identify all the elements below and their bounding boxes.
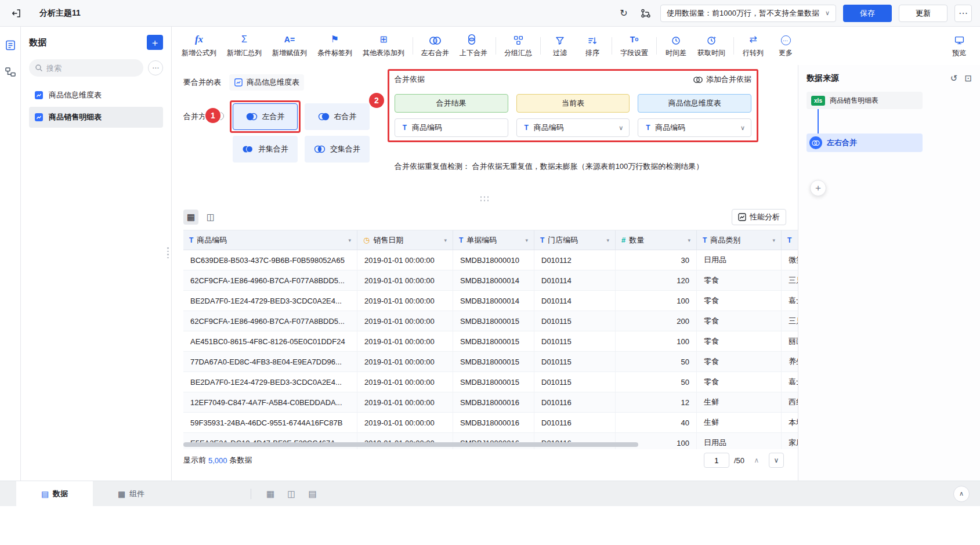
column-header[interactable]: T▾ — [782, 230, 798, 250]
update-button[interactable]: 更新 — [899, 5, 948, 22]
toolbar-new-formula-column[interactable]: fx 新增公式列 — [176, 30, 222, 62]
bottom-bar-divider — [251, 489, 251, 499]
merge-result-field[interactable]: T 商品编码 — [395, 118, 508, 137]
search-box[interactable] — [29, 59, 143, 77]
source-table-node[interactable]: xls 商品销售明细表 — [807, 92, 923, 109]
merge-method-right-join[interactable]: 右合并 — [305, 103, 370, 130]
filter-icon — [555, 34, 565, 45]
sidebar-item-sales-table[interactable]: 商品销售明细表 — [29, 107, 163, 128]
table-row[interactable]: 59F35931-24BA-46DC-9551-6744A16FC87B2019… — [183, 413, 798, 433]
filter-caret-icon[interactable]: ▾ — [348, 237, 351, 243]
column-header[interactable]: T单据编码▾ — [453, 230, 534, 250]
column-header[interactable]: T商品编码▾ — [183, 230, 357, 250]
filter-caret-icon[interactable]: ▾ — [525, 237, 528, 243]
table-cell: 零食 — [697, 291, 782, 311]
performance-chart-icon — [738, 213, 746, 221]
toolbar-new-assign-column[interactable]: A= 新增赋值列 — [267, 30, 312, 62]
filter-caret-icon[interactable]: ▾ — [688, 237, 690, 243]
table-row[interactable]: 62CF9CFA-1E86-4960-B7CA-F077A8BDD5...201… — [183, 311, 798, 331]
toolbar-divider — [656, 37, 657, 55]
tab-data[interactable]: ▤ 数据 — [16, 481, 93, 506]
merge-method-union-join[interactable]: 并集合并 — [233, 136, 298, 163]
grid-shortcut-icon[interactable]: ◫ — [287, 489, 295, 499]
add-step-button[interactable]: ＋ — [810, 180, 826, 196]
toolbar-get-time[interactable]: 获取时间 — [692, 30, 731, 62]
page-input[interactable] — [704, 453, 729, 468]
add-merge-basis-button[interactable]: 添加合并依据 — [693, 74, 751, 85]
dimension-table-field-select[interactable]: T 商品编码 ∨ — [638, 118, 751, 137]
table-row[interactable]: BC639DE8-B503-437C-9B6B-F0B598052A652019… — [183, 250, 798, 270]
table-cell: 62CF9CFA-1E86-4960-B7CA-F077A8BDD5... — [183, 311, 357, 331]
toolbar-filter[interactable]: 过滤 — [544, 30, 576, 62]
merge-method-left-join[interactable]: 左合并 — [233, 103, 298, 130]
target-table-chip[interactable]: 商品信息维度表 — [229, 74, 304, 91]
search-input[interactable] — [46, 64, 138, 73]
filter-caret-icon[interactable]: ▾ — [772, 237, 775, 243]
toolbar-merge-up-down[interactable]: 上下合并 — [454, 30, 493, 62]
table-row[interactable]: BE2DA7F0-1E24-4729-BED3-3CDC0A2E4...2019… — [183, 372, 798, 392]
filter-caret-icon[interactable]: ▾ — [444, 237, 447, 243]
filter-caret-icon[interactable]: ▾ — [606, 237, 609, 243]
table-row[interactable]: BE2DA7F0-1E24-4729-BED3-3CDC0A2E4...2019… — [183, 291, 798, 311]
table-row[interactable]: 77DA67A0-ED8C-4FB3-8E04-E9EA7DD96...2019… — [183, 352, 798, 372]
page-down-icon[interactable]: ∨ — [769, 453, 784, 468]
column-header[interactable]: T门店编码▾ — [534, 230, 616, 250]
exit-icon[interactable] — [8, 5, 24, 21]
panel-resize-handle[interactable] — [480, 196, 490, 202]
chart-shortcut-icon[interactable]: ▦ — [266, 489, 274, 499]
toolbar-preview[interactable]: 预览 — [943, 30, 975, 62]
toolbar-merge-left-right[interactable]: 左右合并 — [416, 30, 454, 62]
toolbar-time-diff[interactable]: 时间差 — [660, 30, 692, 62]
tab-components[interactable]: ▦ 组件 — [93, 481, 169, 506]
edit-table-icon[interactable] — [5, 39, 16, 51]
flow-connector-line — [818, 109, 819, 133]
collapse-up-icon[interactable]: ∧ — [953, 486, 970, 502]
merge-basis-section: 2 合并依据 添加合并依据 — [395, 74, 751, 137]
history-icon[interactable]: ↺ — [950, 73, 958, 84]
table-cell: D010115 — [534, 352, 616, 372]
toolbar-new-summary-column[interactable]: Σ 新增汇总列 — [222, 30, 267, 62]
fit-view-icon[interactable]: ⊡ — [964, 73, 972, 84]
sidebar-resize-handle[interactable] — [167, 247, 169, 258]
merge-method-intersect-join[interactable]: 交集合并 — [305, 136, 370, 163]
toolbar-add-column-from-table[interactable]: ⊞ 其他表添加列 — [357, 30, 410, 62]
column-header[interactable]: #数量▾ — [616, 230, 697, 250]
row-count-value: 5,000 — [208, 456, 227, 465]
toolbar-field-settings[interactable]: To 字段设置 — [615, 30, 653, 62]
page-up-icon[interactable]: ∧ — [749, 453, 764, 468]
table-row[interactable]: 12EF7049-C847-4A7F-A5B4-C0BEDDADA...2019… — [183, 392, 798, 413]
column-header[interactable]: ◷销售日期▾ — [357, 230, 453, 250]
flow-branch-icon[interactable] — [638, 6, 653, 21]
sidebar-more-icon[interactable]: ⋯ — [148, 60, 163, 75]
column-header[interactable]: T商品类别▾ — [697, 230, 782, 250]
table-cell: BC639DE8-B503-437C-9B6B-F0B598052A65 — [183, 250, 357, 270]
card-view-icon[interactable]: ◫ — [203, 210, 218, 225]
list-shortcut-icon[interactable]: ▤ — [308, 489, 316, 499]
current-table-field-select[interactable]: T 商品编码 ∨ — [516, 118, 630, 137]
more-actions-button[interactable]: ⋯ — [954, 5, 972, 22]
data-volume-dropdown[interactable]: 使用数据量：前1000万行，暂不支持全量数据 ∨ — [660, 5, 836, 22]
toolbar-group-summary[interactable]: 分组汇总 — [499, 30, 537, 62]
toolbar-row-to-column[interactable]: ⇄ 行转列 — [737, 30, 769, 62]
performance-analysis-button[interactable]: 性能分析 — [732, 209, 786, 225]
text-field-icon: T — [703, 236, 707, 244]
data-sidebar: 数据 ＋ ⋯ 商品信息维度表 — [21, 27, 172, 481]
toolbar-sort[interactable]: 排序 — [576, 30, 609, 62]
add-table-button[interactable]: ＋ — [147, 35, 163, 50]
toolbar-more[interactable]: ⋯ 更多 — [769, 30, 802, 62]
refresh-icon[interactable]: ↻ — [616, 6, 631, 21]
table-row[interactable]: AE451BC0-8615-4F8C-8126-05E0C01DDF242019… — [183, 331, 798, 352]
toolbar-condition-tag-column[interactable]: ⚑ 条件标签列 — [312, 30, 357, 62]
table-row[interactable]: 62CF9CFA-1E86-4960-B7CA-F077A8BDD5...201… — [183, 270, 798, 291]
horizontal-scrollbar[interactable] — [183, 442, 638, 447]
table-relations-icon[interactable] — [5, 66, 16, 78]
table-cell: 40 — [616, 413, 697, 433]
merge-step-node[interactable]: 左右合并 — [807, 133, 923, 152]
sidebar-item-dimension-table[interactable]: 商品信息维度表 — [29, 85, 163, 106]
chevron-down-icon: ∨ — [619, 124, 623, 132]
save-button[interactable]: 保存 — [843, 5, 892, 22]
column-label: 门店编码 — [548, 235, 578, 246]
grid-view-icon[interactable]: ▦ — [183, 210, 198, 225]
column-label: 单据编码 — [467, 235, 497, 246]
row-count-prefix: 显示前 — [183, 455, 206, 465]
